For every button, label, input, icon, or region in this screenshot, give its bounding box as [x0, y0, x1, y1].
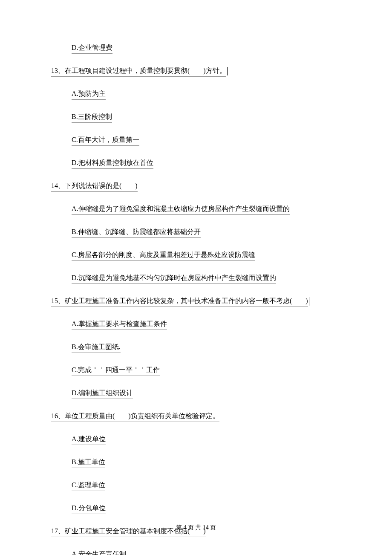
option-text: A.掌握施工要求与检查施工条件: [72, 319, 167, 330]
option-text: B.伸缩缝、沉降缝、防震缝都应将基础分开: [72, 227, 201, 238]
q15-option-b: B.会审施工图纸.: [72, 342, 341, 353]
q15-option-c: C.完成＇＇四通一平＇＇工作: [72, 365, 341, 376]
q14-stem: 14、下列说法错误的是( ): [51, 181, 341, 192]
option-text: A.建设单位: [72, 434, 106, 445]
q14-option-a: A.伸缩缝是为了避免温度和混凝土收缩应力使房屋构件产生裂缝而设置的: [72, 204, 341, 215]
option-text: C.监理单位: [72, 480, 105, 491]
option-text: D.沉降缝是为避免地基不均匀沉降时在房屋构件中产生裂缝而设置的: [72, 273, 276, 284]
option-text: C.百年大计，质量第一: [72, 135, 139, 146]
q12-option-d: D.企业管理费: [72, 43, 341, 54]
q13-option-b: B.三阶段控制: [72, 112, 341, 123]
q15-option-a: A.掌握施工要求与检查施工条件: [72, 319, 341, 330]
q14-option-b: B.伸缩缝、沉降缝、防震缝都应将基础分开: [72, 227, 341, 238]
question-text: 16、单位工程质量由( )负责组织有关单位检验评定。: [51, 411, 219, 422]
cursor-mark: [227, 67, 228, 75]
option-text: A.预防为主: [72, 89, 106, 100]
option-text: B.会审施工图纸.: [72, 342, 121, 353]
q13-option-a: A.预防为主: [72, 89, 341, 100]
q14-option-d: D.沉降缝是为避免地基不均匀沉降时在房屋构件中产生裂缝而设置的: [72, 273, 341, 284]
option-text: B.施工单位: [72, 457, 105, 468]
option-text: D.企业管理费: [72, 43, 112, 54]
q13-option-d: D.把材料质量控制放在首位: [72, 158, 341, 169]
question-text: 14、下列说法错误的是( ): [51, 181, 138, 192]
q16-option-b: B.施工单位: [72, 457, 341, 468]
option-text: D.分包单位: [72, 503, 106, 514]
q13-stem: 13、在工程项目建设过程中，质量控制要贯彻( )方针。: [51, 66, 341, 77]
option-text: C.完成＇＇四通一平＇＇工作: [72, 365, 160, 376]
q16-stem: 16、单位工程质量由( )负责组织有关单位检验评定。: [51, 411, 341, 422]
page-number: 第 4 页 共 14 页: [176, 524, 216, 531]
page-content: D.企业管理费 13、在工程项目建设过程中，质量控制要贯彻( )方针。 A.预防…: [0, 0, 392, 555]
option-text: A.安全生产责任制: [72, 549, 126, 555]
cursor-mark: [309, 297, 309, 306]
question-text: 13、在工程项目建设过程中，质量控制要贯彻( )方针。: [51, 66, 226, 77]
q13-option-c: C.百年大计，质量第一: [72, 135, 341, 146]
q16-option-a: A.建设单位: [72, 434, 341, 445]
option-text: D.编制施工组织设计: [72, 388, 133, 399]
q15-stem: 15、矿业工程施工准备工作内容比较复杂，其中技术准备工作的内容一般不考虑( ): [51, 296, 341, 307]
option-text: C.房屋各部分的刚度、高度及重量相差过于悬殊处应设防震缝: [72, 250, 255, 261]
q17-option-a: A.安全生产责任制: [72, 549, 341, 555]
q14-option-c: C.房屋各部分的刚度、高度及重量相差过于悬殊处应设防震缝: [72, 250, 341, 261]
q15-option-d: D.编制施工组织设计: [72, 388, 341, 399]
q16-option-d: D.分包单位: [72, 503, 341, 514]
question-text: 15、矿业工程施工准备工作内容比较复杂，其中技术准备工作的内容一般不考虑( ): [51, 296, 308, 307]
option-text: A.伸缩缝是为了避免温度和混凝土收缩应力使房屋构件产生裂缝而设置的: [72, 204, 290, 215]
page-footer: 第 4 页 共 14 页: [0, 524, 392, 532]
option-text: B.三阶段控制: [72, 112, 112, 123]
q16-option-c: C.监理单位: [72, 480, 341, 491]
option-text: D.把材料质量控制放在首位: [72, 158, 153, 169]
